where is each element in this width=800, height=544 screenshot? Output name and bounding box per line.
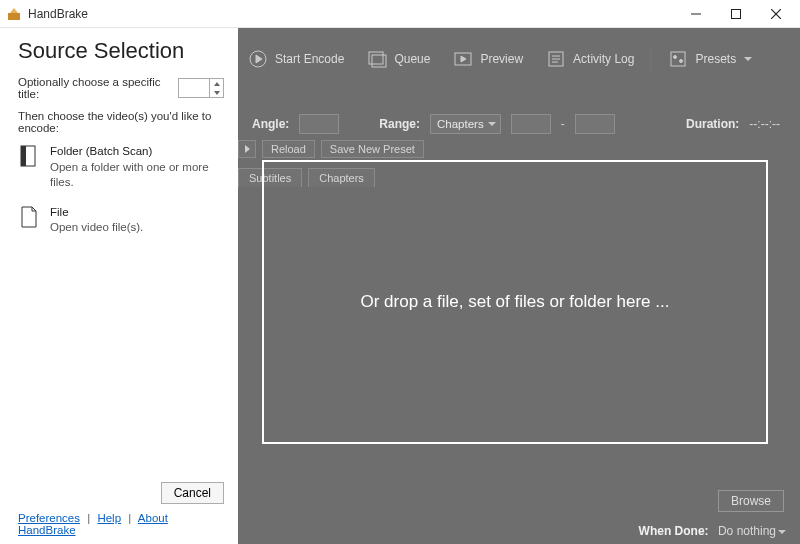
footer-links: Preferences | Help | About HandBrake [18, 512, 224, 536]
duration-label: Duration: [686, 117, 739, 131]
range-end-field [575, 114, 615, 134]
queue-button: Queue [360, 44, 436, 74]
preview-label: Preview [480, 52, 523, 66]
preview-icon [452, 48, 474, 70]
svg-point-15 [680, 60, 683, 63]
range-start-field [511, 114, 551, 134]
range-mode-value: Chapters [437, 118, 484, 130]
activity-log-icon [545, 48, 567, 70]
open-file-desc: Open video file(s). [50, 220, 143, 236]
range-label: Range: [379, 117, 420, 131]
chevron-down-icon [488, 122, 496, 126]
app-icon [6, 6, 22, 22]
open-folder-option[interactable]: Folder (Batch Scan) Open a folder with o… [18, 144, 224, 191]
drop-zone[interactable]: Or drop a file, set of files or folder h… [262, 160, 768, 444]
minimize-button[interactable] [676, 0, 716, 28]
titlebar: HandBrake [0, 0, 800, 28]
presets-button: Presets [661, 44, 758, 74]
spinner-up-button[interactable] [210, 79, 223, 88]
maximize-button[interactable] [716, 0, 756, 28]
duration-value: --:--:-- [749, 117, 780, 131]
spinner-down-button[interactable] [210, 88, 223, 97]
preview-button: Preview [446, 44, 529, 74]
angle-label: Angle: [252, 117, 289, 131]
drop-zone-text: Or drop a file, set of files or folder h… [361, 292, 670, 312]
svg-point-14 [674, 56, 677, 59]
window-title: HandBrake [28, 7, 88, 21]
source-selection-panel: Source Selection Optionally choose a spe… [0, 28, 238, 544]
range-mode-select: Chapters [430, 114, 501, 134]
cancel-button[interactable]: Cancel [161, 482, 224, 504]
when-done-select: Do nothing [718, 524, 786, 538]
chevron-down-icon [214, 91, 220, 95]
open-folder-title: Folder (Batch Scan) [50, 144, 224, 160]
angle-field [299, 114, 339, 134]
open-file-title: File [50, 205, 143, 221]
chevron-right-icon [245, 145, 250, 153]
title-number-spinner[interactable] [178, 78, 224, 98]
start-encode-button: Start Encode [241, 44, 350, 74]
file-icon [18, 205, 40, 231]
svg-rect-2 [732, 9, 741, 18]
chevron-down-icon [744, 57, 752, 61]
queue-icon [366, 48, 388, 70]
reload-button: Reload [262, 140, 315, 158]
preferences-link[interactable]: Preferences [18, 512, 80, 524]
preset-minibar: Reload Save New Preset [238, 140, 424, 158]
source-selection-heading: Source Selection [18, 38, 224, 64]
open-folder-desc: Open a folder with one or more files. [50, 160, 224, 191]
when-done-label: When Done: [639, 524, 709, 538]
save-new-preset-button: Save New Preset [321, 140, 424, 158]
preset-expand-button [238, 140, 256, 158]
activity-log-label: Activity Log [573, 52, 634, 66]
title-meta-row: Angle: Range: Chapters - Duration: --:--… [252, 112, 780, 136]
presets-icon [667, 48, 689, 70]
folder-icon [18, 144, 40, 170]
start-encode-label: Start Encode [275, 52, 344, 66]
svg-rect-6 [369, 52, 383, 64]
chevron-down-icon [778, 530, 786, 534]
svg-rect-7 [372, 55, 386, 67]
svg-rect-13 [671, 52, 685, 66]
open-file-option[interactable]: File Open video file(s). [18, 205, 224, 236]
play-icon [247, 48, 269, 70]
encode-instruction: Then choose the video(s) you'd like to e… [18, 110, 224, 134]
when-done-row: When Done: Do nothing [639, 524, 786, 538]
title-number-input[interactable] [179, 79, 209, 97]
chevron-up-icon [214, 82, 220, 86]
svg-rect-0 [8, 13, 20, 20]
help-link[interactable]: Help [97, 512, 121, 524]
activity-log-button: Activity Log [539, 44, 640, 74]
browse-button: Browse [718, 490, 784, 512]
queue-label: Queue [394, 52, 430, 66]
presets-label: Presets [695, 52, 736, 66]
close-button[interactable] [756, 0, 796, 28]
svg-rect-17 [21, 146, 26, 166]
optional-title-label: Optionally choose a specific title: [18, 76, 170, 100]
